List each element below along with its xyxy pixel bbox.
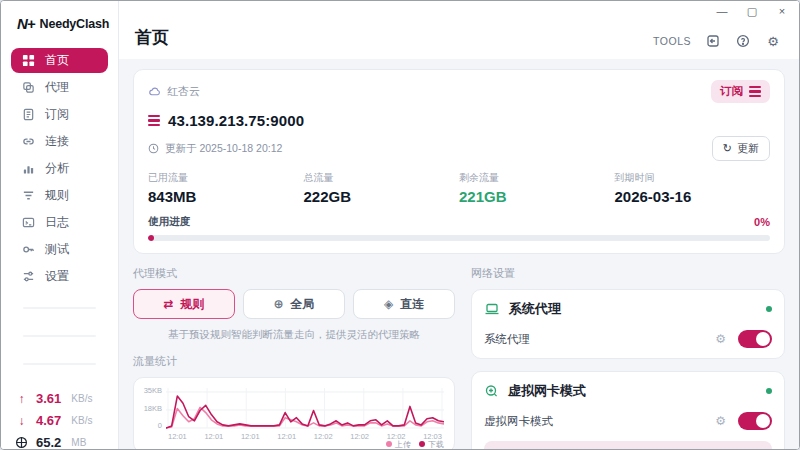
y-tick: 0 — [158, 421, 162, 430]
grid-icon — [21, 54, 35, 68]
legend-item: 下载 — [419, 439, 444, 449]
mode-button-直连[interactable]: ◈ 直连 — [353, 289, 455, 319]
window-controls: — ▢ × — [715, 5, 789, 18]
stat-label: 到期时间 — [615, 171, 771, 185]
provider-name: 红杏云 — [167, 84, 200, 99]
key-icon — [21, 243, 35, 257]
mode-button-全局[interactable]: ⊕ 全局 — [243, 289, 345, 319]
download-speed: ↓ 4.67 KB/s — [15, 413, 104, 428]
gear-icon[interactable]: ⚙ — [715, 332, 726, 346]
settings-icon[interactable]: ⚙ — [765, 33, 781, 49]
app-logo: N+ NeedyClash — [11, 15, 108, 32]
sidebar: N+ NeedyClash 首页 代理 订阅 连接 分析 规则 日志 测试 — [1, 1, 119, 449]
x-tick: 12:01 — [277, 432, 296, 441]
proxy-mode-title: 代理模式 — [133, 266, 455, 281]
subscription-stat: 到期时间 2026-03-16 — [615, 171, 771, 205]
sidebar-item-key[interactable]: 测试 — [11, 237, 108, 262]
dashboard-content: 红杏云 订阅 43.139.213.75:9000 — [119, 59, 799, 449]
usage-progress-bar — [148, 235, 770, 241]
x-tick: 12:02 — [314, 432, 333, 441]
card-title: 虚拟网卡模式 — [508, 382, 757, 400]
sidebar-item-label: 设置 — [45, 268, 69, 285]
install-service-button[interactable]: 安装服务 — [484, 441, 772, 449]
card-title: 系统代理 — [509, 300, 757, 318]
sidebar-item-rules[interactable]: 规则 — [11, 183, 108, 208]
mode-label: 直连 — [400, 296, 424, 313]
close-button[interactable]: × — [775, 5, 789, 18]
sidebar-item-label: 日志 — [45, 214, 69, 231]
clock-icon — [148, 143, 159, 154]
gear-icon[interactable]: ⚙ — [715, 414, 726, 428]
subscribe-button-label: 订阅 — [720, 84, 743, 99]
app-window: N+ NeedyClash 首页 代理 订阅 连接 分析 规则 日志 测试 — [0, 0, 800, 450]
sidebar-item-label: 分析 — [45, 160, 69, 177]
toggle-label: 虚拟网卡模式 — [484, 414, 715, 429]
sidebar-traffic-stats: ↑ 3.61 KB/s↓ 4.67 KB/s 65.2 MB — [11, 391, 108, 450]
tools-label: TOOLS — [653, 35, 691, 47]
main-area: — ▢ × 首页 TOOLS ⚙ — [119, 1, 799, 449]
chart-legend: 上传下载 — [386, 439, 444, 449]
stat-value: 3.61 — [36, 391, 61, 406]
mode-button-规则[interactable]: ⇄ 规则 — [133, 289, 235, 319]
sidebar-item-label: 首页 — [45, 52, 69, 69]
status-dot — [766, 388, 772, 394]
tun-icon — [484, 384, 499, 398]
restore-icon[interactable] — [705, 33, 721, 49]
traffic-title: 流量统计 — [133, 354, 455, 369]
stat-value: 2026-03-16 — [615, 188, 771, 205]
network-card-laptop: 系统代理 系统代理 ⚙ — [471, 289, 785, 359]
minimize-button[interactable]: — — [715, 5, 729, 18]
refresh-button-label: 更新 — [737, 141, 759, 156]
proxy-mode-switcher: ⇄ 规则⊕ 全局◈ 直连 — [133, 289, 455, 319]
stat-value: 4.67 — [36, 413, 61, 428]
sidebar-item-label: 规则 — [45, 187, 69, 204]
x-tick: 12:01 — [168, 432, 187, 441]
stat-unit: KB/s — [71, 393, 92, 404]
proxy-mode-description: 基于预设规则智能判断流量走向，提供灵活的代理策略 — [133, 328, 455, 342]
progress-label: 使用进度 — [148, 215, 190, 229]
subscribe-button[interactable]: 订阅 — [711, 80, 770, 103]
sidebar-item-link[interactable]: 连接 — [11, 129, 108, 154]
page-header: 首页 TOOLS ⚙ — [119, 1, 799, 59]
laptop-icon — [484, 302, 500, 316]
sidebar-item-chart[interactable]: 分析 — [11, 156, 108, 181]
sidebar-item-label: 订阅 — [45, 106, 69, 123]
subscription-stat: 已用流量 843MB — [148, 171, 304, 205]
sidebar-item-label: 代理 — [45, 79, 69, 96]
mode-icon: ◈ — [384, 297, 393, 311]
mode-label: 全局 — [291, 296, 315, 313]
sidebar-item-subscribe[interactable]: 订阅 — [11, 102, 108, 127]
stat-value: 221GB — [459, 188, 615, 205]
cloud-icon — [148, 85, 161, 98]
mode-icon: ⊕ — [273, 297, 283, 311]
chart-y-axis: 35KB18KB0 — [140, 386, 166, 430]
sidebar-item-label: 连接 — [45, 133, 69, 150]
y-tick: 18KB — [144, 404, 162, 413]
circle-db-icon — [15, 436, 28, 449]
stat-value: 843MB — [148, 188, 304, 205]
mode-label: 规则 — [181, 296, 205, 313]
tun-toggle[interactable] — [738, 412, 772, 430]
x-tick: 12:01 — [204, 432, 223, 441]
laptop-toggle[interactable] — [738, 330, 772, 348]
sidebar-item-grid[interactable]: 首页 — [11, 48, 108, 73]
updated-at: 更新于 2025-10-18 20:12 — [165, 142, 282, 156]
maximize-button[interactable]: ▢ — [745, 5, 759, 18]
toggle-label: 系统代理 — [484, 332, 715, 347]
sidebar-item-proxy[interactable]: 代理 — [11, 75, 108, 100]
x-tick: 12:01 — [241, 432, 260, 441]
refresh-button[interactable]: ↻ 更新 — [712, 136, 770, 161]
stat-label: 剩余流量 — [459, 171, 615, 185]
stat-value: 65.2 — [36, 435, 61, 450]
total-traffic: 65.2 MB — [15, 435, 104, 450]
stat-label: 总流量 — [304, 171, 460, 185]
list-icon — [749, 86, 761, 97]
help-icon[interactable] — [735, 33, 751, 49]
subscription-stat: 总流量 222GB — [304, 171, 460, 205]
refresh-icon: ↻ — [723, 142, 732, 155]
sidebar-item-sliders[interactable]: 设置 — [11, 264, 108, 289]
up-arrow-icon: ↑ — [15, 392, 28, 406]
logo-icon: N+ — [17, 15, 35, 32]
server-list-icon — [148, 115, 160, 126]
sidebar-item-logs[interactable]: 日志 — [11, 210, 108, 235]
